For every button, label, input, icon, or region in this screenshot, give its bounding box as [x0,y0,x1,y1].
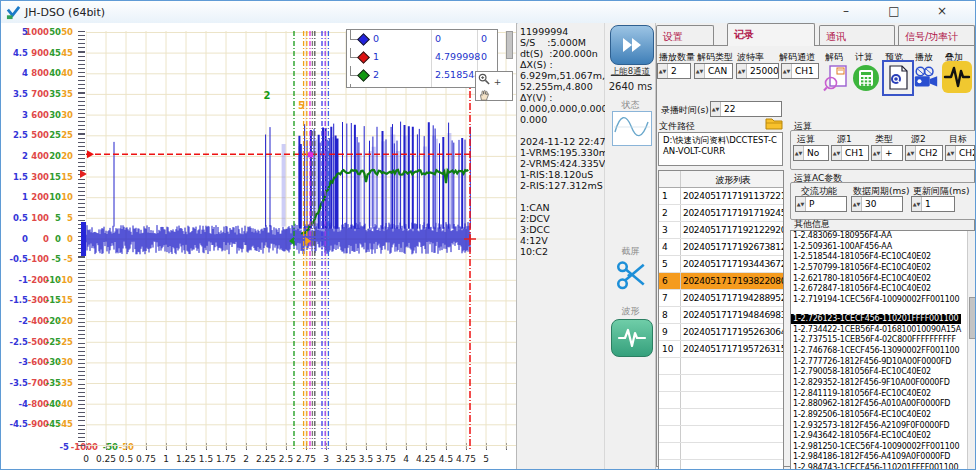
op-type-stepper[interactable]: ▲▼+ [871,145,903,161]
screenshot-button[interactable] [613,259,649,293]
stepper-arrows[interactable]: ▲▼ [796,197,806,211]
preview-button[interactable] [882,60,914,96]
folder-icon[interactable] [765,117,783,130]
op-source2-stepper[interactable]: ▲▼CH2 [905,145,943,161]
can-frame-row[interactable]: 1-2.880962-1812F456-A010A00F0000FD [791,399,968,410]
waveform-button[interactable] [611,319,653,357]
close-button[interactable]: × [925,1,959,22]
can-frame-row[interactable]: 1-2.518544-181056F4-EC10C40E02 [791,252,968,263]
fast-forward-icon [620,34,644,56]
fast-forward-button[interactable] [610,25,654,65]
stepper-arrows[interactable]: ▲▼ [658,64,668,78]
waveform-list-row[interactable]: 12024051717191137221.j [659,188,783,205]
stepper-arrows[interactable]: ▲▼ [832,146,842,160]
plot-zoom-tools[interactable]: + [475,71,513,101]
record-time-stepper[interactable]: ▲▼22 [710,101,782,117]
waveform-list-row[interactable]: 82024051717194846983.j [659,307,783,324]
other-info-scrollbar[interactable] [967,231,975,470]
waveform-list-row[interactable]: 62024051717193822080.j [659,273,783,290]
x-axis-tick-label: 0.5 [119,454,133,464]
waveform-list-empty-row[interactable] [659,358,783,375]
stepper-arrows[interactable]: ▲▼ [946,146,956,160]
tab-signal-power[interactable]: 信号/功率计 [898,25,975,45]
ac-func-stepper[interactable]: ▲▼P [795,196,847,212]
baud-stepper[interactable]: ▲▼250000 [736,63,779,79]
file-path-box[interactable]: D:\快速访问资料\DCCTEST-CAN-VOLT-CURR [658,132,783,166]
legend-row[interactable]: 14.7999980 [347,48,497,66]
play-count-stepper[interactable]: ▲▼2 [657,63,691,79]
minimize-button[interactable]: – [829,1,863,22]
waveform-list-row[interactable]: 32024051717192122920.j [659,222,783,239]
decode-channel-stepper[interactable]: ▲▼CH1 [781,63,819,79]
can-frame-row[interactable]: 1-2.621780-181056F4-EC10C40E02 [791,274,968,285]
stepper-arrows[interactable]: ▲▼ [872,146,882,160]
can-frame-row[interactable]: 1-2.726123-1CECF456-110201FFFF001100 [791,314,961,325]
waveform-list-empty-row[interactable] [659,443,783,460]
can-frame-row[interactable]: 1-2.892506-181056F4-EC10C40E02 [791,410,968,421]
stepper-arrows[interactable]: ▲▼ [782,64,792,78]
other-info-list[interactable]: 1-2.483069-180956F4-AA1-2.509361-100AF45… [790,230,976,470]
waveform-list-empty-row[interactable] [659,426,783,443]
waveform-list-table[interactable]: 波形列表 12024051717191137221.j2202405171719… [658,170,784,470]
calculate-button[interactable] [852,62,880,94]
op-target-stepper[interactable]: ▲▼CH2 [945,145,975,161]
waveform-filename: 2024051717192122920.j [681,222,783,238]
y-axis-tick-label: 20 [1,151,73,161]
can-frame-row[interactable]: 1-2.932573-1812F456-A2109F0F0000FD [791,421,968,432]
stepper-arrows[interactable]: ▲▼ [852,197,862,211]
waveform-plot[interactable]: 25 [86,31,517,449]
legend-tree-branch [350,84,358,88]
stepper-arrows[interactable]: ▲▼ [711,102,721,116]
can-frame-row[interactable]: 1-2.984743-1CECF456-110201FFFF001100 [791,463,968,470]
waveform-list-empty-row[interactable] [659,375,783,392]
waveform-list-empty-row[interactable] [659,460,783,470]
maximize-button[interactable]: □ [877,1,911,22]
tab-communication[interactable]: 通讯 [819,25,895,45]
pan-hand-tool[interactable] [478,89,510,104]
zoom-in-tool[interactable]: + [478,73,510,89]
legend-row[interactable]: 000 [347,30,497,48]
can-frame-row[interactable]: 1-2.943642-181056F4-EC10C40E02 [791,431,968,442]
play-button[interactable] [912,62,940,94]
can-frame-row[interactable]: 1-2.483069-180956F4-AA [791,231,968,242]
stepper-arrows[interactable]: ▲▼ [912,197,922,211]
can-frame-row[interactable]: 1-2.984186-1812F456-A4109A0F0000FD [791,452,968,463]
waveform-list-row[interactable]: 42024051717192673812.j [659,239,783,256]
can-frame-row[interactable]: 1-2.734422-1CEB56F4-016810010090A15A [791,325,968,336]
stepper-arrows[interactable]: ▲▼ [794,146,804,160]
overlay-button[interactable] [942,60,972,94]
can-frame-row[interactable]: 1-2.570799-181056F4-EC10C40E02 [791,263,968,274]
can-frame-row[interactable]: 1-2.672847-181056F4-EC10C40E02 [791,284,968,295]
tab-settings[interactable]: 设置 [656,25,714,45]
can-frame-row[interactable]: 1-2.719194-1CEC56F4-10090002FF001100 [791,295,968,306]
op-source1-stepper[interactable]: ▲▼CH1 [831,145,869,161]
ac-interval-stepper[interactable]: ▲▼1 [911,196,955,212]
stepper-arrows[interactable]: ▲▼ [695,64,705,78]
waveform-list-row[interactable]: 92024051717195263064.j [659,324,783,341]
can-frame-row[interactable]: 1-2.737515-1CEB56F4-02C800FFFFFFFFFF [791,335,968,346]
ac-period-stepper[interactable]: ▲▼30 [851,196,903,212]
can-frame-row[interactable]: 1-2.829352-1812F456-9F10A00F0000FD [791,378,968,389]
waveform-list-empty-row[interactable] [659,392,783,409]
waveform-list-row[interactable]: 72024051717194288952.j [659,290,783,307]
stepper-arrows[interactable]: ▲▼ [906,146,916,160]
stepper-arrows[interactable]: ▲▼ [737,64,747,78]
can-frame-row[interactable]: 1-2.790058-181056F4-EC10C40E02 [791,367,968,378]
can-frame-row[interactable]: 1-2.841119-181056F4-EC10C40E02 [791,389,968,400]
can-frame-row[interactable]: 1-2.777726-1812F456-9D10A00F0000FD [791,357,968,368]
decode-button[interactable] [822,62,850,94]
waveform-list-row[interactable]: 22024051717191719245.j [659,205,783,222]
tab-record[interactable]: 记录 [727,23,815,46]
decode-type-stepper[interactable]: ▲▼CAN [694,63,733,79]
op-mode-stepper[interactable]: ▲▼No [793,145,829,161]
oscilloscope-chart-region[interactable]: 54.543.532.521.510.50-0.5-1-1.5-2-2.5-3-… [1,23,517,470]
legend-scrollbar[interactable] [506,31,513,59]
can-frame-row[interactable]: 1-2.509361-100AF456-AA [791,242,968,253]
waveform-list-empty-row[interactable] [659,409,783,426]
channel-enable-label[interactable]: 上能8通道 [605,66,656,78]
waveform-list-row[interactable]: 52024051717193443672.j [659,256,783,273]
can-frame-row[interactable]: 1-2.981250-1CEC56F4-10090002FF001100 [791,442,968,453]
scrollbar-thumb[interactable] [969,297,976,339]
waveform-list-row[interactable]: 102024051717195726315.j [659,341,783,358]
can-frame-row[interactable]: 1-2.746768-1CECF456-13090002FF001100 [791,346,968,357]
